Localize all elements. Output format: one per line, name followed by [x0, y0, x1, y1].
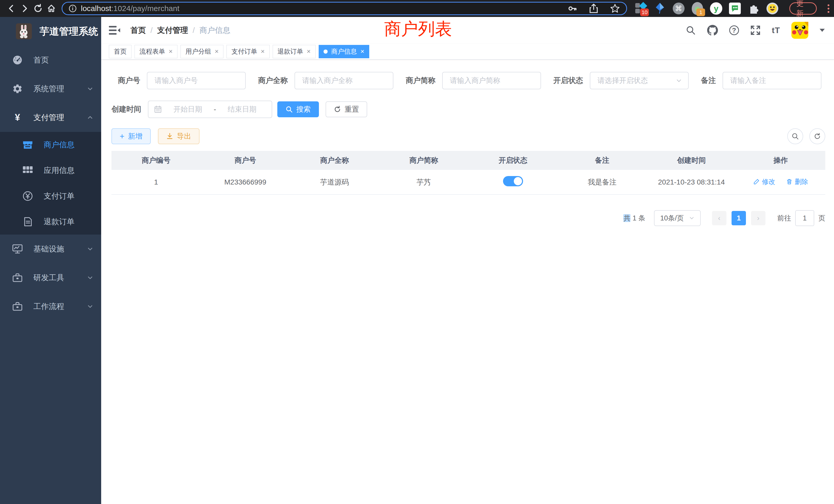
app-title: 芋道管理系统: [40, 25, 98, 38]
monitor-chart-icon: [11, 244, 24, 254]
cell-status: [468, 170, 558, 194]
bookmark-star-icon[interactable]: [610, 3, 620, 14]
browser-update-button[interactable]: 更新: [789, 2, 817, 15]
page-content: 商户号 商户全称 商户简称 开启状态 请选择开启状态: [101, 60, 834, 504]
sidebar-item-refund-order[interactable]: 退款订单: [0, 209, 101, 234]
user-avatar[interactable]: [791, 22, 808, 39]
home-icon[interactable]: [45, 2, 58, 15]
help-icon[interactable]: ?: [729, 25, 739, 35]
search-button[interactable]: 搜索: [277, 101, 319, 117]
delete-link[interactable]: 删除: [786, 177, 808, 186]
chevron-down-icon: [87, 274, 93, 281]
tab-refund-order[interactable]: 退款订单 ×: [273, 45, 315, 58]
reload-icon[interactable]: [31, 2, 45, 15]
close-icon[interactable]: ×: [261, 47, 264, 55]
merchant-no-input[interactable]: [147, 72, 246, 89]
tab-pay-order[interactable]: 支付订单 ×: [226, 45, 269, 58]
remark-input[interactable]: [723, 72, 821, 89]
col-actions: 操作: [736, 151, 826, 170]
table-header-row: 商户编号 商户号 商户全称 商户简称 开启状态 备注 创建时间 操作: [111, 151, 825, 170]
cell-full-name: 芋道源码: [290, 170, 379, 194]
close-icon[interactable]: ×: [215, 47, 219, 55]
extensions-puzzle-icon[interactable]: [747, 2, 760, 15]
breadcrumb-item[interactable]: 支付管理: [157, 25, 188, 36]
logo-rabbit-image: [16, 23, 32, 39]
sidebar-item-merchant-info[interactable]: 商户信息: [0, 132, 101, 158]
sidebar-item-pay-order[interactable]: 支付订单: [0, 183, 101, 209]
create-time-range-picker[interactable]: 开始日期 - 结束日期: [148, 100, 272, 118]
extension-blob-icon[interactable]: 1: [691, 2, 704, 15]
sidebar-item-system[interactable]: 系统管理: [0, 74, 101, 103]
tab-process-form[interactable]: 流程表单 ×: [135, 45, 177, 58]
short-name-input[interactable]: [442, 72, 541, 89]
sidebar-item-dev-tools[interactable]: 研发工具: [0, 263, 101, 292]
close-icon[interactable]: ×: [307, 47, 311, 55]
app-logo: 芋道管理系统: [0, 17, 101, 46]
goto-page-input[interactable]: [795, 210, 814, 226]
close-icon[interactable]: ×: [360, 47, 364, 55]
browser-profile-avatar[interactable]: [766, 2, 778, 15]
github-icon[interactable]: [707, 25, 718, 36]
grid-table-icon: [22, 166, 34, 175]
breadcrumb-item[interactable]: 首页: [130, 25, 146, 36]
chevron-down-icon: [87, 86, 93, 92]
extension-command-icon[interactable]: ⌘: [672, 2, 685, 15]
col-remark: 备注: [558, 151, 647, 170]
tab-merchant-info-active[interactable]: 商户信息 ×: [319, 45, 369, 58]
sidebar-item-workflow[interactable]: 工作流程: [0, 292, 101, 321]
filter-label-status: 开启状态: [553, 75, 583, 86]
sidebar-item-infra[interactable]: 基础设施: [0, 234, 101, 263]
avatar-caret-icon[interactable]: [820, 29, 825, 32]
sidebar-item-pay[interactable]: ¥ 支付管理: [0, 103, 101, 132]
filter-label-full-name: 商户全称: [258, 75, 288, 86]
extension-grid-icon[interactable]: 10: [635, 2, 647, 15]
reset-button[interactable]: 重置: [326, 101, 367, 117]
browser-chrome: localhost :1024/pay/merchant 10: [0, 0, 834, 17]
pagination-total: 共1 条: [623, 213, 645, 223]
tab-user-group[interactable]: 用户分组 ×: [180, 45, 223, 58]
toolbox-icon: [11, 301, 24, 311]
address-bar[interactable]: localhost :1024/pay/merchant: [62, 2, 627, 15]
hamburger-collapse-icon[interactable]: [109, 25, 120, 35]
tags-view-bar: 首页 流程表单 × 用户分组 × 支付订单 × 退款订单 × 商户信息 ×: [101, 44, 834, 60]
header-search-icon[interactable]: [686, 25, 696, 36]
browser-menu-icon[interactable]: [828, 4, 829, 13]
back-icon[interactable]: [5, 2, 18, 15]
forward-icon[interactable]: [18, 2, 31, 15]
toolbox-icon: [11, 273, 24, 282]
share-icon[interactable]: [589, 3, 598, 14]
export-button[interactable]: 导出: [158, 128, 199, 144]
calendar-icon: [154, 106, 162, 113]
cell-actions: 修改 删除: [736, 170, 826, 194]
add-button[interactable]: + 新增: [111, 128, 151, 144]
fullscreen-icon[interactable]: [750, 25, 761, 36]
sidebar-item-app-info[interactable]: 应用信息: [0, 158, 101, 183]
extension-yudao-icon[interactable]: y: [710, 2, 722, 15]
next-page-button[interactable]: ›: [751, 211, 765, 225]
edit-link[interactable]: 修改: [753, 177, 775, 186]
full-name-input[interactable]: [294, 72, 393, 89]
status-toggle[interactable]: [503, 176, 523, 186]
extension-badge: 1: [696, 8, 705, 16]
gear-icon: [11, 84, 24, 94]
annotation-merchant-list: 商户列表: [384, 18, 452, 41]
prev-page-button[interactable]: ‹: [712, 211, 726, 225]
extension-kite-icon[interactable]: [654, 2, 666, 15]
tab-home[interactable]: 首页: [109, 45, 131, 58]
font-size-icon[interactable]: tT: [772, 26, 780, 35]
toggle-search-button[interactable]: [787, 128, 803, 144]
page-number-button[interactable]: 1: [731, 211, 746, 225]
page-size-select[interactable]: 10条/页: [654, 210, 701, 226]
col-short-name: 商户简称: [379, 151, 468, 170]
status-select[interactable]: 请选择开启状态: [590, 72, 689, 89]
col-status: 开启状态: [468, 151, 558, 170]
refresh-table-button[interactable]: [809, 128, 825, 144]
download-icon: [166, 133, 173, 140]
extension-chat-icon[interactable]: [728, 2, 741, 15]
sidebar-item-home[interactable]: 首页: [0, 46, 101, 74]
password-key-icon[interactable]: [567, 3, 577, 14]
start-date-placeholder: 开始日期: [164, 105, 212, 114]
close-icon[interactable]: ×: [169, 47, 173, 55]
filter-label-short-name: 商户简称: [406, 75, 436, 86]
site-info-icon[interactable]: [69, 4, 77, 13]
